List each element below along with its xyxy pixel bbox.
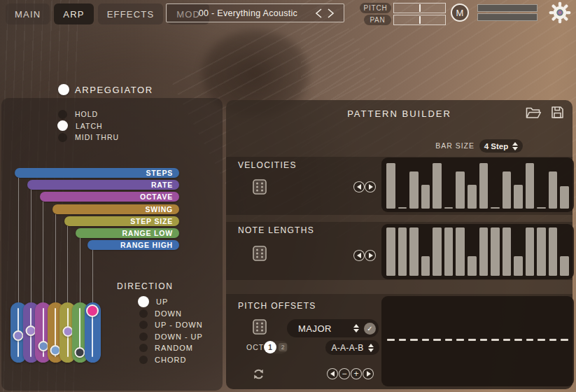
note-length-bar[interactable] — [468, 256, 477, 276]
velocity-bar[interactable] — [421, 185, 430, 209]
note-length-bar[interactable] — [549, 227, 558, 276]
preset-selector[interactable]: 00 - Everything Acoustic — [166, 4, 344, 22]
note-length-bar[interactable] — [479, 227, 489, 276]
note-length-bar[interactable] — [526, 227, 535, 276]
vslider-handle[interactable] — [86, 304, 99, 317]
scale-apply-check-icon[interactable]: ✓ — [364, 323, 376, 335]
velocity-bar[interactable] — [409, 172, 419, 209]
pitch-offset-step[interactable] — [444, 300, 454, 383]
pitch-offset-step[interactable] — [491, 300, 500, 383]
direction-radio[interactable] — [139, 332, 148, 341]
vslider-handle[interactable] — [75, 347, 85, 358]
note-length-bar[interactable] — [444, 227, 454, 276]
direction-option-down---up[interactable]: DOWN - UP — [139, 331, 203, 342]
velocity-bar[interactable] — [491, 207, 500, 209]
note-lengths-shift-right-button[interactable] — [365, 250, 376, 261]
note-length-bar[interactable] — [433, 227, 442, 276]
arpeggiator-enable-toggle[interactable] — [58, 84, 69, 95]
direction-radio[interactable] — [138, 296, 149, 307]
stepper-arrows-icon[interactable] — [512, 142, 518, 150]
pitch-offsets-chart[interactable] — [381, 296, 574, 386]
note-length-bar[interactable] — [560, 256, 569, 276]
pitch-offset-step[interactable] — [526, 300, 535, 383]
toggle-latch[interactable]: LATCH — [58, 121, 103, 131]
note-length-bar[interactable] — [491, 227, 500, 276]
note-length-bar[interactable] — [503, 227, 512, 276]
velocity-bar[interactable] — [456, 172, 465, 209]
pitch-offset-step[interactable] — [421, 300, 430, 383]
pitch-offset-step[interactable] — [560, 300, 569, 383]
stepper-arrows-icon[interactable] — [353, 324, 359, 332]
pitch-offset-step[interactable] — [398, 300, 407, 383]
velocity-bar[interactable] — [503, 172, 512, 209]
param-vslider-range-high[interactable] — [85, 302, 101, 363]
note-length-bar[interactable] — [456, 227, 465, 276]
pitch-offset-step[interactable] — [514, 300, 523, 383]
note-lengths-randomize-dice-icon[interactable] — [253, 246, 267, 261]
bar-size-stepper[interactable]: 4 Step — [479, 139, 523, 153]
vslider-handle[interactable] — [13, 330, 24, 341]
pitch-offset-step[interactable] — [537, 300, 546, 383]
pitch-slider-handle[interactable] — [419, 4, 421, 12]
pitch-offset-step[interactable] — [549, 300, 558, 383]
reset-refresh-icon[interactable] — [253, 368, 265, 380]
note-length-bar[interactable] — [421, 256, 430, 276]
pattern-variation-stepper[interactable]: A-A-A-B — [325, 340, 379, 355]
tab-arp[interactable]: ARP — [54, 4, 93, 24]
toggle-circle[interactable] — [58, 110, 67, 119]
pitch-offset-step[interactable] — [503, 300, 512, 383]
pitch-offset-step[interactable] — [433, 300, 442, 383]
note-lengths-bar-chart[interactable] — [381, 224, 574, 279]
note-length-bar[interactable] — [386, 227, 395, 276]
octave-option-2[interactable]: 2 — [279, 343, 287, 351]
direction-radio[interactable] — [139, 344, 148, 352]
pitch-increment-button[interactable]: + — [351, 368, 362, 379]
direction-radio[interactable] — [139, 309, 148, 318]
direction-option-up[interactable]: UP — [139, 296, 168, 307]
velocity-bar[interactable] — [386, 163, 395, 209]
pitch-shift-left-button[interactable] — [327, 368, 338, 379]
toggle-hold[interactable]: HOLD — [58, 109, 98, 119]
note-length-bar[interactable] — [514, 256, 523, 276]
octave-option-1[interactable]: 1 — [264, 341, 276, 354]
velocity-bar[interactable] — [433, 163, 442, 209]
pan-slider-handle[interactable] — [419, 16, 421, 24]
direction-radio[interactable] — [139, 356, 148, 364]
save-pattern-disk-icon[interactable] — [551, 106, 564, 122]
velocity-bar[interactable] — [479, 163, 489, 209]
scale-selector[interactable]: MAJOR ✓ — [287, 319, 379, 337]
velocity-bar[interactable] — [549, 172, 558, 209]
note-length-bar[interactable] — [537, 227, 546, 276]
toggle-circle[interactable] — [58, 133, 67, 142]
vslider-handle[interactable] — [62, 326, 73, 337]
pitch-shift-right-button[interactable] — [363, 368, 374, 379]
velocities-shift-left-button[interactable] — [353, 181, 365, 192]
note-length-bar[interactable] — [398, 227, 407, 276]
velocities-bar-chart[interactable] — [381, 158, 574, 212]
velocity-bar[interactable] — [514, 185, 523, 209]
velocities-shift-right-button[interactable] — [365, 181, 376, 192]
toggle-midi-thru[interactable]: MIDI THRU — [58, 132, 119, 142]
stepper-arrows-icon[interactable] — [368, 344, 374, 352]
preset-prev-next-icons[interactable] — [311, 7, 339, 20]
pitch-offset-step[interactable] — [468, 300, 477, 383]
direction-option-up---down[interactable]: UP - DOWN — [139, 319, 203, 330]
pitch-offset-step[interactable] — [386, 300, 395, 383]
direction-radio[interactable] — [139, 321, 148, 329]
pitch-offset-step[interactable] — [409, 300, 419, 383]
direction-option-random[interactable]: RANDOM — [139, 342, 193, 354]
pitch-offsets-randomize-dice-icon[interactable] — [253, 319, 267, 335]
pitch-offset-step[interactable] — [479, 300, 489, 383]
pitch-slider[interactable] — [393, 3, 446, 13]
toggle-circle[interactable] — [57, 120, 68, 131]
vslider-handle[interactable] — [38, 341, 48, 351]
settings-gear-icon[interactable] — [548, 1, 572, 24]
direction-option-chord[interactable]: CHORD — [139, 354, 186, 365]
pitch-decrement-button[interactable]: − — [339, 368, 350, 379]
note-length-bar[interactable] — [409, 227, 419, 276]
octave-toggle[interactable]: 1 2 — [264, 341, 288, 354]
direction-option-down[interactable]: DOWN — [139, 308, 182, 319]
velocity-bar[interactable] — [526, 163, 535, 209]
load-pattern-folder-icon[interactable] — [526, 106, 542, 122]
velocity-bar[interactable] — [468, 185, 477, 209]
